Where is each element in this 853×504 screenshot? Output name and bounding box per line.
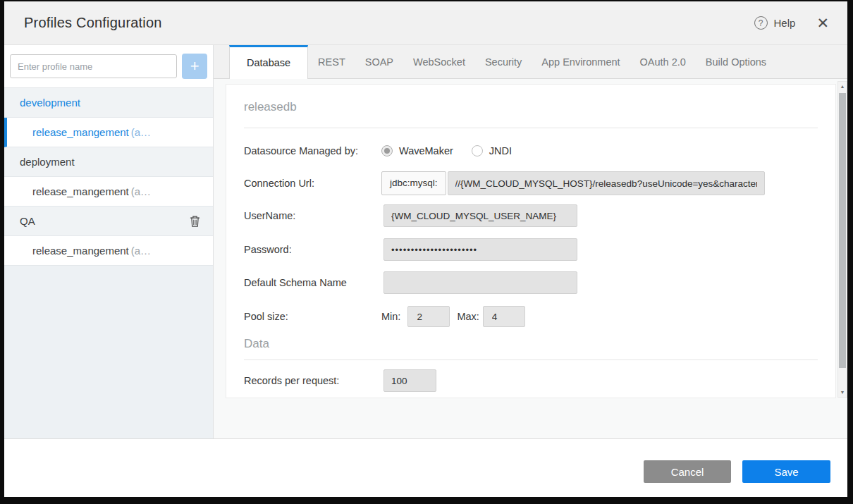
scrollbar[interactable]: ▲ ▼ bbox=[837, 81, 847, 398]
radio-wavemaker[interactable]: WaveMaker bbox=[381, 145, 453, 156]
password-row: Password: bbox=[244, 238, 821, 261]
cancel-button[interactable]: Cancel bbox=[644, 460, 731, 483]
datasource-row: Datasource Managed by: WaveMaker JNDI bbox=[244, 140, 821, 162]
help-button[interactable]: ? Help bbox=[754, 16, 796, 30]
radio-jndi[interactable]: JNDI bbox=[472, 145, 512, 156]
profile-item-label: release_mangement bbox=[32, 126, 129, 138]
profiles-configuration-dialog: Profiles Configuration ? Help ✕ + develo… bbox=[4, 1, 847, 496]
delete-profile-button[interactable] bbox=[190, 215, 200, 230]
sidebar-item-qa[interactable]: QA bbox=[4, 207, 213, 236]
profile-content: Database REST SOAP WebSocket Security Ap… bbox=[214, 45, 847, 438]
profile-group-label: development bbox=[20, 97, 80, 109]
pool-max-input[interactable] bbox=[483, 306, 525, 327]
profile-item-suffix: (a… bbox=[131, 185, 151, 197]
scroll-up-icon[interactable]: ▲ bbox=[838, 84, 847, 89]
sidebar-item-qa-release-mangement[interactable]: release_mangement (a… bbox=[4, 236, 213, 266]
data-section-title: Data bbox=[244, 337, 269, 351]
section-divider bbox=[244, 359, 818, 360]
tab-database[interactable]: Database bbox=[229, 45, 308, 79]
tab-websocket[interactable]: WebSocket bbox=[403, 45, 475, 79]
records-input[interactable] bbox=[383, 369, 436, 392]
scroll-down-icon[interactable]: ▼ bbox=[838, 390, 847, 395]
sidebar-item-deployment[interactable]: deployment bbox=[4, 147, 213, 177]
schema-label: Default Schema Name bbox=[244, 277, 381, 288]
sidebar-item-development-release-mangement[interactable]: release_mangement (a… bbox=[4, 118, 213, 147]
connection-url-label: Connection Url: bbox=[244, 178, 381, 189]
schema-input[interactable] bbox=[383, 271, 577, 294]
trash-icon bbox=[190, 215, 200, 228]
save-button[interactable]: Save bbox=[742, 460, 830, 483]
profile-item-suffix: (a… bbox=[131, 126, 151, 138]
config-tabbar: Database REST SOAP WebSocket Security Ap… bbox=[214, 45, 847, 79]
tab-oauth[interactable]: OAuth 2.0 bbox=[630, 45, 696, 79]
help-icon: ? bbox=[754, 16, 768, 30]
dialog-footer: Cancel Save bbox=[4, 438, 847, 497]
profile-item-label: release_mangement bbox=[32, 185, 129, 197]
database-form-panel: releasedb Datasource Managed by: WaveMak… bbox=[226, 84, 836, 398]
password-label: Password: bbox=[244, 244, 381, 255]
scrollbar-thumb[interactable] bbox=[839, 93, 846, 368]
datasource-label: Datasource Managed by: bbox=[244, 145, 381, 156]
password-input[interactable] bbox=[383, 238, 577, 261]
connection-url-input[interactable] bbox=[448, 171, 765, 195]
sidebar-item-development[interactable]: development bbox=[4, 88, 213, 118]
profile-item-suffix: (a… bbox=[131, 245, 151, 257]
tab-app-environment[interactable]: App Environment bbox=[532, 45, 630, 79]
close-icon[interactable]: ✕ bbox=[816, 16, 829, 30]
radio-jndi-label: JNDI bbox=[489, 145, 512, 156]
pool-min-label: Min: bbox=[381, 311, 400, 322]
tabbar-divider bbox=[214, 78, 847, 79]
sidebar-item-deployment-release-mangement[interactable]: release_mangement (a… bbox=[4, 177, 213, 207]
profiles-sidebar: + development release_mangement (a… depl… bbox=[4, 45, 214, 438]
add-profile-button[interactable]: + bbox=[182, 54, 207, 79]
schema-row: Default Schema Name bbox=[244, 271, 821, 294]
tab-rest[interactable]: REST bbox=[308, 45, 355, 79]
profile-group-label: QA bbox=[20, 215, 35, 227]
records-row: Records per request: bbox=[244, 369, 821, 392]
section-divider bbox=[244, 128, 818, 128]
database-scroll-area: releasedb Datasource Managed by: WaveMak… bbox=[214, 79, 847, 398]
pool-min-input[interactable] bbox=[407, 306, 450, 327]
connection-url-row: Connection Url: jdbc:mysql: bbox=[244, 171, 821, 195]
dialog-header: Profiles Configuration ? Help ✕ bbox=[4, 1, 847, 45]
profile-name-input[interactable] bbox=[10, 54, 177, 78]
tab-security[interactable]: Security bbox=[475, 45, 532, 79]
radio-wavemaker-label: WaveMaker bbox=[399, 145, 453, 156]
username-label: UserName: bbox=[244, 210, 381, 221]
username-row: UserName: bbox=[244, 204, 821, 227]
profile-search-row: + bbox=[4, 45, 213, 87]
username-input[interactable] bbox=[383, 204, 577, 227]
profile-item-label: release_mangement bbox=[32, 245, 129, 257]
database-section-title: releasedb bbox=[244, 100, 297, 114]
radio-unselected-icon bbox=[472, 145, 483, 156]
pool-size-row: Pool size: Min: Max: bbox=[244, 306, 821, 327]
profile-group-label: deployment bbox=[20, 156, 75, 168]
help-label: Help bbox=[774, 17, 796, 29]
records-label: Records per request: bbox=[244, 375, 381, 386]
jdbc-prefix: jdbc:mysql: bbox=[381, 171, 446, 195]
pool-size-label: Pool size: bbox=[244, 311, 381, 322]
tab-build-options[interactable]: Build Options bbox=[696, 45, 776, 79]
pool-max-label: Max: bbox=[457, 311, 479, 322]
radio-selected-icon bbox=[381, 145, 393, 156]
profile-list: development release_mangement (a… deploy… bbox=[4, 87, 213, 266]
page-title: Profiles Configuration bbox=[24, 15, 162, 31]
plus-icon: + bbox=[190, 57, 200, 75]
tab-soap[interactable]: SOAP bbox=[355, 45, 403, 79]
